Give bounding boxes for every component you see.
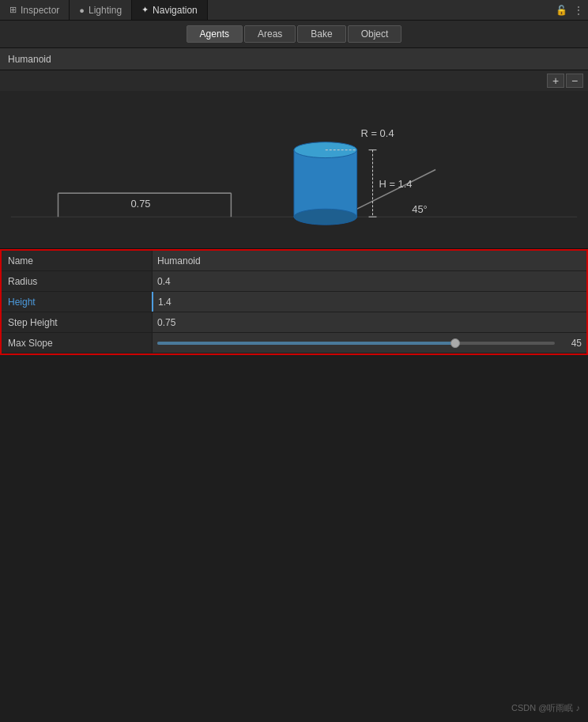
properties-panel: Name Radius Height Step Height Max Slope… bbox=[0, 249, 588, 355]
prop-row-max-slope: Max Slope 45 bbox=[2, 333, 586, 353]
sub-tab-areas[interactable]: Areas bbox=[244, 25, 296, 43]
sub-tab-bake[interactable]: Bake bbox=[297, 25, 345, 43]
sub-tab-agents[interactable]: Agents bbox=[187, 25, 243, 43]
menu-icon[interactable]: ⋮ bbox=[574, 5, 583, 16]
svg-text:0.75: 0.75 bbox=[130, 198, 150, 210]
plus-minus-controls: + − bbox=[0, 70, 588, 91]
radius-label: Radius bbox=[2, 276, 152, 287]
minus-button[interactable]: − bbox=[566, 74, 583, 88]
svg-text:R = 0.4: R = 0.4 bbox=[361, 127, 394, 139]
svg-rect-8 bbox=[294, 150, 357, 217]
name-label: Name bbox=[2, 255, 152, 266]
inspector-icon: ⊞ bbox=[9, 5, 17, 15]
slider-fill bbox=[157, 342, 455, 345]
lock-icon[interactable]: 🔓 bbox=[556, 5, 567, 16]
agent-diagram: 0.75 45° R = 0.4 H = 1.4 bbox=[0, 91, 588, 248]
height-input[interactable] bbox=[152, 292, 586, 312]
max-slope-slider-container: 45 bbox=[152, 333, 586, 353]
diagram-area: 0.75 45° R = 0.4 H = 1.4 bbox=[0, 91, 588, 249]
tab-bar: ⊞ Inspector ● Lighting ✦ Navigation 🔓 ⋮ bbox=[0, 0, 588, 21]
tab-navigation-label: Navigation bbox=[153, 5, 198, 16]
prop-row-step-height: Step Height bbox=[2, 312, 586, 333]
height-label: Height bbox=[2, 297, 152, 308]
watermark: CSDN @听雨眠 ♪ bbox=[511, 702, 580, 714]
step-height-input[interactable] bbox=[152, 312, 586, 332]
tab-inspector-label: Inspector bbox=[21, 5, 59, 16]
sub-tab-bar: Agents Areas Bake Object bbox=[0, 21, 588, 48]
slider-value: 45 bbox=[560, 338, 582, 349]
slider-thumb[interactable] bbox=[450, 338, 460, 348]
tab-controls: 🔓 ⋮ bbox=[556, 5, 588, 16]
max-slope-label: Max Slope bbox=[2, 338, 152, 349]
tab-navigation[interactable]: ✦ Navigation bbox=[132, 0, 208, 20]
navigation-icon: ✦ bbox=[141, 5, 149, 15]
step-height-label: Step Height bbox=[2, 317, 152, 328]
name-input[interactable] bbox=[152, 251, 586, 270]
prop-row-name: Name bbox=[2, 251, 586, 271]
tab-lighting[interactable]: ● Lighting bbox=[70, 0, 132, 20]
humanoid-label: Humanoid bbox=[8, 54, 51, 65]
sub-tab-object[interactable]: Object bbox=[348, 25, 402, 43]
plus-button[interactable]: + bbox=[547, 74, 564, 88]
svg-text:H = 1.4: H = 1.4 bbox=[379, 178, 412, 190]
radius-input[interactable] bbox=[152, 271, 586, 291]
svg-point-10 bbox=[294, 209, 357, 225]
humanoid-select[interactable]: Humanoid bbox=[0, 48, 588, 70]
tab-lighting-label: Lighting bbox=[89, 5, 122, 16]
lighting-icon: ● bbox=[79, 6, 85, 15]
tab-inspector[interactable]: ⊞ Inspector bbox=[0, 0, 70, 20]
slider-track[interactable] bbox=[157, 342, 555, 345]
prop-row-radius: Radius bbox=[2, 271, 586, 292]
prop-row-height: Height bbox=[2, 292, 586, 312]
svg-text:45°: 45° bbox=[412, 203, 428, 215]
